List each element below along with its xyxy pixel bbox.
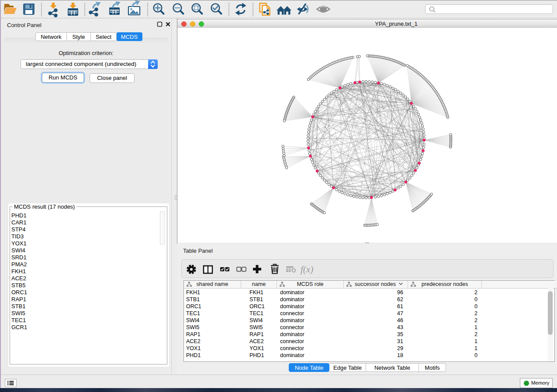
svg-text:f(x): f(x) xyxy=(301,264,313,275)
